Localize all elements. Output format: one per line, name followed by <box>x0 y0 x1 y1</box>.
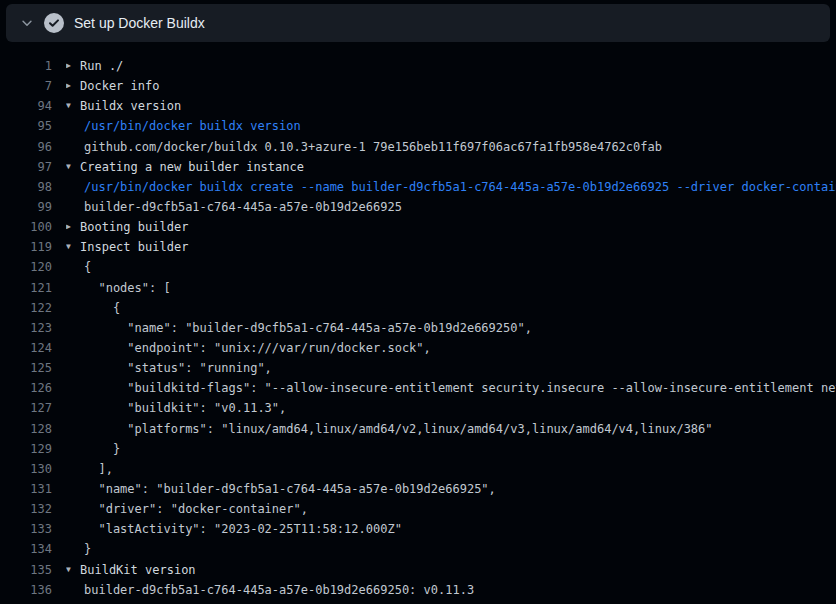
step-title: Set up Docker Buildx <box>74 16 205 30</box>
log-line-text: "name": "builder-d9cfb5a1-c764-445a-a57e… <box>66 318 532 338</box>
line-number[interactable]: 95 <box>0 116 52 136</box>
line-number[interactable]: 122 <box>0 298 52 318</box>
line-number[interactable]: 130 <box>0 459 52 479</box>
line-number[interactable]: 120 <box>0 257 52 277</box>
log-line-text: "endpoint": "unix:///var/run/docker.sock… <box>66 338 431 358</box>
line-number[interactable]: 124 <box>0 338 52 358</box>
line-number[interactable]: 123 <box>0 318 52 338</box>
log-line[interactable]: 1 ▶ Run ./ <box>0 56 836 76</box>
group-toggle-icon[interactable]: ▼ <box>66 237 80 257</box>
line-number[interactable]: 131 <box>0 479 52 499</box>
log-line: 128 "platforms": "linux/amd64,linux/amd6… <box>0 419 836 439</box>
line-number[interactable]: 125 <box>0 358 52 378</box>
chevron-down-icon[interactable] <box>20 16 34 30</box>
log-line: 124 "endpoint": "unix:///var/run/docker.… <box>0 338 836 358</box>
log-line-text: "nodes": [ <box>66 278 171 298</box>
log-line: 134 } <box>0 539 836 559</box>
group-toggle-icon[interactable]: ▼ <box>66 96 80 116</box>
log-line: 127 "buildkit": "v0.11.3", <box>0 398 836 418</box>
actions-log-viewer: Set up Docker Buildx 1 ▶ Run ./ 7 ▶ Dock… <box>0 4 836 604</box>
log-line[interactable]: 135 ▼ BuildKit version <box>0 560 836 580</box>
log-line[interactable]: 7 ▶ Docker info <box>0 76 836 96</box>
group-toggle-icon[interactable]: ▼ <box>66 560 80 580</box>
log-line[interactable]: 100 ▶ Booting builder <box>0 217 836 237</box>
line-number[interactable]: 132 <box>0 499 52 519</box>
log-line-text: builder-d9cfb5a1-c764-445a-a57e-0b19d2e6… <box>66 580 474 600</box>
log-line-text: } <box>66 539 91 559</box>
log-line: 133 "lastActivity": "2023-02-25T11:58:12… <box>0 519 836 539</box>
log-line-text[interactable]: Creating a new builder instance <box>80 157 304 177</box>
log-line: 120 { <box>0 257 836 277</box>
log-line: 95 /usr/bin/docker buildx version <box>0 116 836 136</box>
line-number[interactable]: 127 <box>0 398 52 418</box>
log-line: 132 "driver": "docker-container", <box>0 499 836 519</box>
line-number[interactable]: 7 <box>0 76 52 96</box>
log-line-text[interactable]: Booting builder <box>80 217 188 237</box>
log-line-text: builder-d9cfb5a1-c764-445a-a57e-0b19d2e6… <box>66 197 402 217</box>
line-number[interactable]: 98 <box>0 177 52 197</box>
line-number[interactable]: 135 <box>0 560 52 580</box>
line-number[interactable]: 129 <box>0 439 52 459</box>
log-line: 126 "buildkitd-flags": "--allow-insecure… <box>0 378 836 398</box>
line-number[interactable]: 136 <box>0 580 52 600</box>
log-line-text: "lastActivity": "2023-02-25T11:58:12.000… <box>66 519 402 539</box>
log-area: 1 ▶ Run ./ 7 ▶ Docker info 94 ▼ Buildx v… <box>0 42 836 600</box>
log-line-text: github.com/docker/buildx 0.10.3+azure-1 … <box>66 137 662 157</box>
group-toggle-icon[interactable]: ▶ <box>66 56 80 76</box>
group-toggle-icon[interactable]: ▶ <box>66 217 80 237</box>
log-line-text: ], <box>66 459 113 479</box>
group-toggle-icon[interactable]: ▶ <box>66 76 80 96</box>
line-number[interactable]: 119 <box>0 237 52 257</box>
log-line-text: { <box>66 257 91 277</box>
log-line: 123 "name": "builder-d9cfb5a1-c764-445a-… <box>0 318 836 338</box>
log-line: 136 builder-d9cfb5a1-c764-445a-a57e-0b19… <box>0 580 836 600</box>
line-number[interactable]: 134 <box>0 539 52 559</box>
log-line-text: "platforms": "linux/amd64,linux/amd64/v2… <box>66 419 713 439</box>
log-line-text: "buildkitd-flags": "--allow-insecure-ent… <box>66 378 836 398</box>
log-line-text: /usr/bin/docker buildx version <box>66 116 301 136</box>
log-line-text[interactable]: Inspect builder <box>80 237 188 257</box>
log-line-text[interactable]: Docker info <box>80 76 159 96</box>
line-number[interactable]: 1 <box>0 56 52 76</box>
log-line-text[interactable]: Buildx version <box>80 96 181 116</box>
log-line: 125 "status": "running", <box>0 358 836 378</box>
log-line: 121 "nodes": [ <box>0 278 836 298</box>
log-line-text: "driver": "docker-container", <box>66 499 308 519</box>
line-number[interactable]: 133 <box>0 519 52 539</box>
line-number[interactable]: 126 <box>0 378 52 398</box>
log-line-text: "buildkit": "v0.11.3", <box>66 398 286 418</box>
line-number[interactable]: 99 <box>0 197 52 217</box>
log-line[interactable]: 119 ▼ Inspect builder <box>0 237 836 257</box>
log-line: 96 github.com/docker/buildx 0.10.3+azure… <box>0 137 836 157</box>
log-line[interactable]: 94 ▼ Buildx version <box>0 96 836 116</box>
log-line: 131 "name": "builder-d9cfb5a1-c764-445a-… <box>0 479 836 499</box>
log-line[interactable]: 97 ▼ Creating a new builder instance <box>0 157 836 177</box>
log-line-text[interactable]: Run ./ <box>80 56 123 76</box>
log-line-text: } <box>66 439 120 459</box>
step-header[interactable]: Set up Docker Buildx <box>6 4 830 42</box>
log-line: 99 builder-d9cfb5a1-c764-445a-a57e-0b19d… <box>0 197 836 217</box>
log-line-text: "status": "running", <box>66 358 272 378</box>
log-line-text: { <box>66 298 120 318</box>
line-number[interactable]: 128 <box>0 419 52 439</box>
log-line-text: /usr/bin/docker buildx create --name bui… <box>66 177 836 197</box>
line-number[interactable]: 94 <box>0 96 52 116</box>
log-line: 122 { <box>0 298 836 318</box>
group-toggle-icon[interactable]: ▼ <box>66 157 80 177</box>
check-circle-icon <box>44 13 64 33</box>
log-line: 130 ], <box>0 459 836 479</box>
line-number[interactable]: 121 <box>0 278 52 298</box>
log-line: 129 } <box>0 439 836 459</box>
log-line-text: "name": "builder-d9cfb5a1-c764-445a-a57e… <box>66 479 496 499</box>
log-line-text[interactable]: BuildKit version <box>80 560 196 580</box>
line-number[interactable]: 97 <box>0 157 52 177</box>
log-line: 98 /usr/bin/docker buildx create --name … <box>0 177 836 197</box>
line-number[interactable]: 100 <box>0 217 52 237</box>
line-number[interactable]: 96 <box>0 137 52 157</box>
